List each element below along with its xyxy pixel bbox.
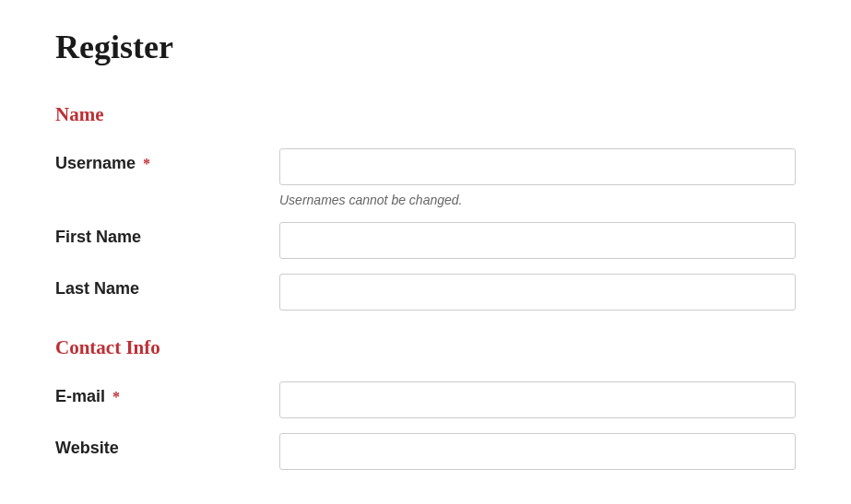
username-input[interactable] (279, 148, 796, 185)
last-name-label-wrap: Last Name (55, 274, 279, 299)
website-label: Website (55, 439, 119, 457)
field-username: Username * Usernames cannot be changed. (55, 148, 796, 207)
email-label: E-mail (55, 387, 105, 405)
username-helper: Usernames cannot be changed. (279, 193, 796, 207)
username-label: Username (55, 154, 136, 172)
first-name-label-wrap: First Name (55, 222, 279, 247)
username-input-wrap: Usernames cannot be changed. (279, 148, 796, 207)
first-name-input-wrap (279, 222, 796, 259)
website-input[interactable] (279, 433, 796, 470)
first-name-input[interactable] (279, 222, 796, 259)
required-mark: * (112, 389, 120, 404)
field-last-name: Last Name (55, 274, 796, 311)
website-label-wrap: Website (55, 433, 279, 458)
section-heading-contact: Contact Info (55, 336, 796, 359)
page-title: Register (55, 28, 796, 66)
section-heading-name: Name (55, 103, 796, 126)
username-label-wrap: Username * (55, 148, 279, 173)
last-name-input[interactable] (279, 274, 796, 311)
last-name-input-wrap (279, 274, 796, 311)
last-name-label: Last Name (55, 279, 139, 298)
email-label-wrap: E-mail * (55, 381, 279, 406)
email-input-wrap (279, 381, 796, 418)
field-first-name: First Name (55, 222, 796, 259)
email-input[interactable] (279, 381, 796, 418)
website-input-wrap (279, 433, 796, 470)
field-website: Website (55, 433, 796, 470)
first-name-label: First Name (55, 228, 141, 246)
required-mark: * (143, 156, 150, 171)
field-email: E-mail * (55, 381, 796, 418)
